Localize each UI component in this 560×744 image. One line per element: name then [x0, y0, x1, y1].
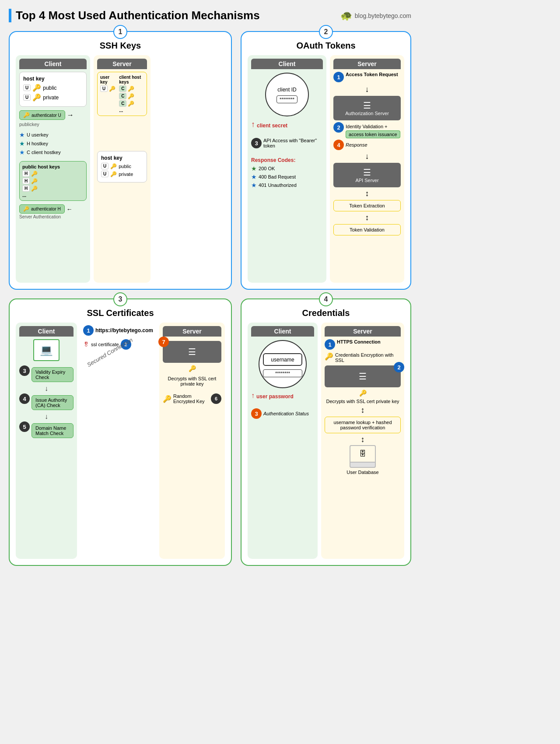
- logo-icon: 🐢: [340, 10, 352, 21]
- token-extraction-box: Token Extraction: [333, 200, 401, 211]
- green-key-icon: 🔑: [32, 84, 41, 92]
- auth-server-label: Authorization Server: [345, 111, 389, 116]
- api-server-block: ☰ API Server: [333, 163, 401, 187]
- credentials-number: 4: [319, 292, 333, 306]
- public-host-keys-label: public host keys: [22, 164, 84, 169]
- step1-ssl: 1: [83, 325, 94, 336]
- public-host-keys-box: public host keys H 🔑 H 🔑 H 🔑 ...: [19, 161, 87, 201]
- ssh-host-key-label: host key: [23, 76, 83, 82]
- server-auth-label: Server Authentication: [19, 214, 87, 219]
- username-lookup-label: username lookup + hashed password verifi…: [334, 420, 392, 430]
- green-key-c1: 🔑: [128, 86, 134, 92]
- red-arrow: ↑: [251, 120, 255, 129]
- page-title: Top 4 Most Used Authentication Mechanism…: [9, 9, 260, 22]
- ssl-title: SSL Certificates: [16, 308, 225, 318]
- green-key-server: 🔑: [109, 86, 116, 92]
- star-u: ★: [19, 131, 25, 138]
- arrow-right-1: →: [67, 111, 74, 119]
- star-401: ★: [251, 182, 257, 189]
- ssh-server-panel: Server user key U 🔑 client host keys: [94, 55, 150, 283]
- token-extraction-label: Token Extraction: [349, 203, 385, 208]
- green-key-h3: 🔑: [31, 186, 38, 192]
- token-validation-box: Token Validation: [333, 224, 401, 235]
- oauth-client-header: Client: [251, 59, 323, 69]
- step2-circle-oauth: 2: [333, 122, 344, 133]
- private-label: private: [43, 95, 59, 101]
- token-validation-label: Token Validation: [350, 227, 385, 232]
- h-badge2: H: [22, 178, 30, 184]
- ssh-client-panel: Client host key U 🔑 public U 🔑 private: [16, 55, 90, 283]
- star-h: ★: [19, 140, 25, 147]
- legend-u: U userkey: [27, 132, 49, 137]
- logo-area: 🐢 blog.bytebytego.com: [340, 10, 411, 21]
- ssl-url: https://bytebytego.com: [95, 327, 153, 333]
- cred-server-header: Server: [325, 326, 401, 337]
- client-id-label: client ID: [277, 87, 296, 93]
- ssl-section: 3 SSL Certificates Client 💻 3 Validity E…: [9, 298, 232, 566]
- auth-h-box: 🔑 authenticator H: [19, 204, 65, 214]
- cred-decrypts-label: Decrypts with SSL cert private key: [325, 399, 401, 404]
- cred-server-panel: Server 1 HTTPS Connection 🔑 Credentials …: [321, 323, 404, 559]
- public-label: public: [43, 85, 56, 91]
- ssl-server-panel: Server 7 ☰ 🔑 Decrypts with SSL cert priv…: [159, 323, 225, 559]
- ssl-client-header: Client: [19, 326, 74, 337]
- access-token-request: Access Token Request: [346, 72, 398, 77]
- auth-u-label: authenticator U: [32, 113, 61, 118]
- green-key-srv-pub: 🔑: [110, 163, 117, 169]
- cred-encryption-label: Credentials Encryption with SSL: [335, 352, 401, 363]
- ssl-green-key: 🔑: [189, 365, 196, 372]
- cred-password-dots: ********: [275, 371, 290, 376]
- page-header: Top 4 Most Used Authentication Mechanism…: [9, 9, 411, 22]
- main-grid: 1 SSH Keys Client host key U 🔑 public U …: [9, 31, 411, 566]
- auth-h-label: authenticator H: [31, 207, 61, 211]
- ssl-client-panel: Client 💻 3 Validity Expiry Check ↓ 4 Iss…: [16, 323, 77, 559]
- cred-username: username: [271, 357, 294, 363]
- cred-client-panel: Client username ******** ↑ user password: [248, 323, 318, 559]
- step1-circle-oauth: 1: [333, 72, 344, 82]
- red-key-ssl: 🔑: [163, 395, 172, 403]
- issue-authority-check: Issue Authority (CA) Check: [32, 395, 74, 410]
- green-key-h: 🔑: [31, 171, 38, 177]
- auth-u-box: 🔑 authenticator U: [19, 110, 65, 120]
- legend-c: C client hostkey: [27, 150, 61, 155]
- star-400: ★: [251, 173, 257, 180]
- green-key-small: 🔑: [23, 112, 30, 118]
- step3-ssl: 3: [19, 365, 30, 376]
- ssh-number: 1: [113, 25, 127, 39]
- star-200: ★: [251, 165, 257, 172]
- resp-400: 400 Bad Request: [259, 174, 296, 179]
- ssh-section: 1 SSH Keys Client host key U 🔑 public U …: [9, 31, 232, 290]
- ssl-server-block: ☰: [163, 341, 221, 363]
- u-badge2: U: [23, 94, 31, 101]
- step3-circle: 3: [251, 138, 262, 148]
- identity-validation-label: Identity Validation +: [346, 124, 388, 129]
- cred-client-header: Client: [251, 326, 314, 337]
- credentials-section: 4 Credentials Client username ******** ↑: [241, 298, 411, 566]
- step1-cred: 1: [325, 339, 335, 350]
- auth-status-label: Authentication Status: [263, 411, 309, 416]
- response-codes-title: Response Codes:: [251, 157, 323, 163]
- user-database-label: User Database: [325, 470, 401, 475]
- publickey-label: publickey: [19, 122, 87, 127]
- step2-cred: 2: [394, 362, 404, 372]
- step6-ssl: 6: [211, 393, 221, 404]
- resp-401: 401 Unauthorized: [259, 182, 297, 188]
- resp-200: 200 OK: [259, 166, 275, 171]
- host-key-server-label: host key: [101, 155, 143, 161]
- red-arrow-cred: ↑: [251, 392, 255, 400]
- green-key-h2: 🔑: [31, 178, 38, 184]
- oauth-password-dots: ********: [280, 97, 294, 102]
- client-host-keys-label: client host keys: [119, 75, 144, 84]
- user-key-label: user key: [100, 75, 116, 84]
- star-c: ★: [19, 149, 25, 156]
- cred-green-key: 🔑: [359, 390, 367, 397]
- step5-ssl: 5: [19, 421, 30, 432]
- green-key-c2: 🔑: [128, 93, 134, 99]
- https-connection-label: HTTPS Connection: [337, 339, 381, 344]
- client-secret-label: client secret: [257, 123, 287, 129]
- api-access-label: API Access with "Bearer" token: [263, 138, 323, 148]
- laptop-icon: 💻: [33, 339, 60, 361]
- oauth-client-panel: Client client ID ******** ↑ client secre…: [248, 55, 326, 283]
- step4-circle-oauth: 4: [333, 140, 344, 150]
- validity-expiry-check: Validity Expiry Check: [32, 367, 74, 382]
